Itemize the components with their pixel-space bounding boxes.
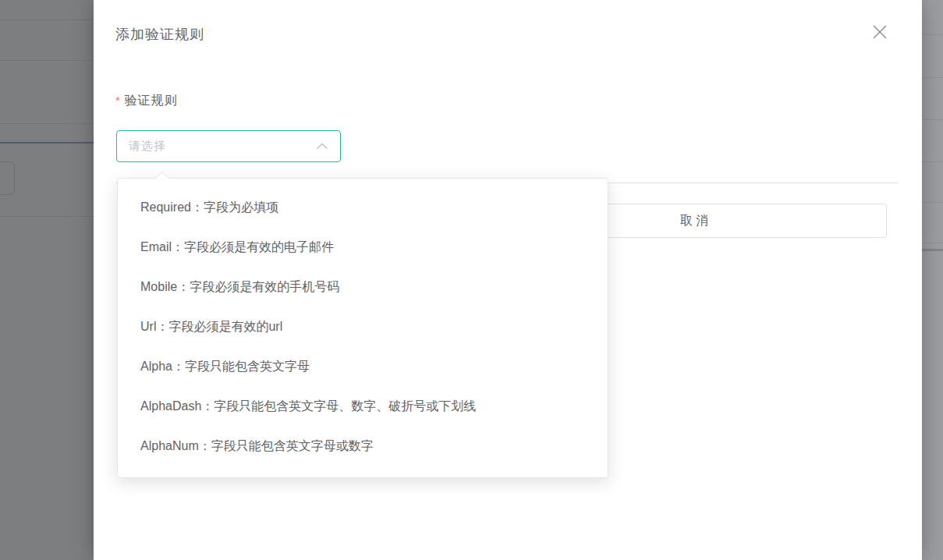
background-row-line: [0, 216, 94, 217]
required-asterisk: *: [115, 94, 121, 107]
dropdown-option[interactable]: AlphaDash：字段只能包含英文字母、数字、破折号或下划线: [118, 386, 608, 426]
dropdown-option-list: Required：字段为必填项 Email：字段必须是有效的电子邮件 Mobil…: [118, 179, 608, 477]
background-row-line: [922, 161, 943, 162]
background-row-line: [922, 77, 943, 78]
background-row-line: [922, 243, 943, 243]
field-label: *验证规则: [115, 93, 178, 109]
background-row-line: [0, 19, 94, 20]
background-row-line: [0, 123, 94, 124]
dropdown-option[interactable]: AlphaSpaces：字段只能包含英文字母或空格: [118, 466, 608, 477]
chevron-up-icon: [316, 143, 328, 150]
close-icon: [871, 23, 888, 41]
select-placeholder: 请选择: [129, 139, 316, 154]
background-row-line: [922, 119, 943, 120]
add-validation-rule-dialog: 添加验证规则 *验证规则 请选择 取 消 Required：字段为必填项: [94, 0, 922, 560]
dropdown-option[interactable]: Mobile：字段必须是有效的手机号码: [118, 267, 608, 307]
close-button[interactable]: [870, 23, 889, 41]
field-label-text: 验证规则: [125, 94, 178, 107]
validation-rule-dropdown: Required：字段为必填项 Email：字段必须是有效的电子邮件 Mobil…: [117, 178, 608, 478]
dropdown-option[interactable]: Alpha：字段只能包含英文字母: [118, 346, 608, 386]
dropdown-option[interactable]: Url：字段必须是有效的url: [118, 307, 608, 346]
dialog-title: 添加验证规则: [115, 25, 204, 44]
background-panel-edge: [0, 142, 94, 144]
dropdown-option[interactable]: Required：字段为必填项: [118, 187, 608, 227]
background-row-line: [922, 34, 943, 35]
background-row-line: [922, 202, 943, 203]
background-row-line: [0, 60, 94, 61]
dropdown-option[interactable]: Email：字段必须是有效的电子邮件: [118, 227, 608, 267]
dimmed-background-left: [0, 0, 94, 560]
validation-rule-select[interactable]: 请选择: [116, 130, 341, 162]
dimmed-background-right: [922, 0, 943, 560]
dropdown-option[interactable]: AlphaNum：字段只能包含英文字母或数字: [118, 426, 608, 466]
background-table-edge: [922, 249, 943, 251]
background-button-fragment: [0, 161, 15, 195]
